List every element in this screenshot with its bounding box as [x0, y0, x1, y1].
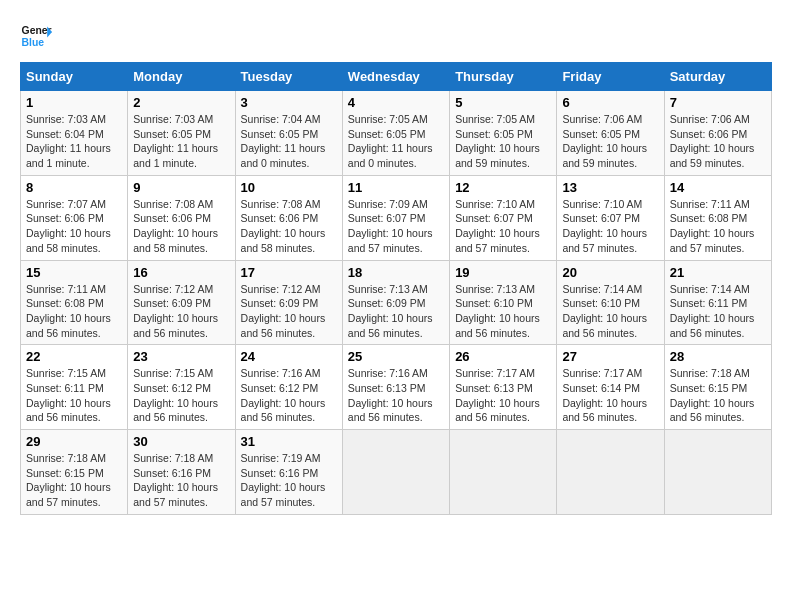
day-number: 8 — [26, 180, 122, 195]
day-number: 7 — [670, 95, 766, 110]
calendar-cell: 30 Sunrise: 7:18 AMSunset: 6:16 PMDaylig… — [128, 430, 235, 515]
calendar-cell: 12 Sunrise: 7:10 AMSunset: 6:07 PMDaylig… — [450, 175, 557, 260]
weekday-header-saturday: Saturday — [664, 63, 771, 91]
calendar-cell: 5 Sunrise: 7:05 AMSunset: 6:05 PMDayligh… — [450, 91, 557, 176]
logo-icon: General Blue — [20, 20, 52, 52]
day-number: 4 — [348, 95, 444, 110]
day-number: 27 — [562, 349, 658, 364]
calendar-week-row: 8 Sunrise: 7:07 AMSunset: 6:06 PMDayligh… — [21, 175, 772, 260]
day-number: 3 — [241, 95, 337, 110]
day-number: 30 — [133, 434, 229, 449]
calendar-week-row: 1 Sunrise: 7:03 AMSunset: 6:04 PMDayligh… — [21, 91, 772, 176]
day-number: 10 — [241, 180, 337, 195]
calendar-week-row: 29 Sunrise: 7:18 AMSunset: 6:15 PMDaylig… — [21, 430, 772, 515]
day-number: 17 — [241, 265, 337, 280]
day-info: Sunrise: 7:16 AMSunset: 6:13 PMDaylight:… — [348, 367, 433, 423]
calendar-table: SundayMondayTuesdayWednesdayThursdayFrid… — [20, 62, 772, 515]
calendar-cell: 27 Sunrise: 7:17 AMSunset: 6:14 PMDaylig… — [557, 345, 664, 430]
day-info: Sunrise: 7:06 AMSunset: 6:05 PMDaylight:… — [562, 113, 647, 169]
day-info: Sunrise: 7:09 AMSunset: 6:07 PMDaylight:… — [348, 198, 433, 254]
day-info: Sunrise: 7:10 AMSunset: 6:07 PMDaylight:… — [562, 198, 647, 254]
calendar-cell — [664, 430, 771, 515]
day-info: Sunrise: 7:17 AMSunset: 6:13 PMDaylight:… — [455, 367, 540, 423]
weekday-header-sunday: Sunday — [21, 63, 128, 91]
calendar-cell: 20 Sunrise: 7:14 AMSunset: 6:10 PMDaylig… — [557, 260, 664, 345]
day-number: 26 — [455, 349, 551, 364]
weekday-header-row: SundayMondayTuesdayWednesdayThursdayFrid… — [21, 63, 772, 91]
day-info: Sunrise: 7:14 AMSunset: 6:11 PMDaylight:… — [670, 283, 755, 339]
day-number: 29 — [26, 434, 122, 449]
calendar-week-row: 22 Sunrise: 7:15 AMSunset: 6:11 PMDaylig… — [21, 345, 772, 430]
calendar-cell: 2 Sunrise: 7:03 AMSunset: 6:05 PMDayligh… — [128, 91, 235, 176]
calendar-cell: 31 Sunrise: 7:19 AMSunset: 6:16 PMDaylig… — [235, 430, 342, 515]
calendar-cell: 26 Sunrise: 7:17 AMSunset: 6:13 PMDaylig… — [450, 345, 557, 430]
calendar-cell: 8 Sunrise: 7:07 AMSunset: 6:06 PMDayligh… — [21, 175, 128, 260]
day-number: 31 — [241, 434, 337, 449]
calendar-cell: 18 Sunrise: 7:13 AMSunset: 6:09 PMDaylig… — [342, 260, 449, 345]
day-info: Sunrise: 7:12 AMSunset: 6:09 PMDaylight:… — [133, 283, 218, 339]
day-info: Sunrise: 7:18 AMSunset: 6:16 PMDaylight:… — [133, 452, 218, 508]
calendar-cell: 3 Sunrise: 7:04 AMSunset: 6:05 PMDayligh… — [235, 91, 342, 176]
calendar-cell: 19 Sunrise: 7:13 AMSunset: 6:10 PMDaylig… — [450, 260, 557, 345]
calendar-cell: 14 Sunrise: 7:11 AMSunset: 6:08 PMDaylig… — [664, 175, 771, 260]
day-number: 22 — [26, 349, 122, 364]
day-info: Sunrise: 7:18 AMSunset: 6:15 PMDaylight:… — [670, 367, 755, 423]
day-number: 28 — [670, 349, 766, 364]
calendar-cell: 29 Sunrise: 7:18 AMSunset: 6:15 PMDaylig… — [21, 430, 128, 515]
day-number: 24 — [241, 349, 337, 364]
weekday-header-thursday: Thursday — [450, 63, 557, 91]
calendar-cell: 16 Sunrise: 7:12 AMSunset: 6:09 PMDaylig… — [128, 260, 235, 345]
day-number: 2 — [133, 95, 229, 110]
day-number: 18 — [348, 265, 444, 280]
calendar-cell: 17 Sunrise: 7:12 AMSunset: 6:09 PMDaylig… — [235, 260, 342, 345]
day-info: Sunrise: 7:03 AMSunset: 6:04 PMDaylight:… — [26, 113, 111, 169]
day-info: Sunrise: 7:10 AMSunset: 6:07 PMDaylight:… — [455, 198, 540, 254]
svg-text:Blue: Blue — [22, 37, 45, 48]
calendar-cell: 15 Sunrise: 7:11 AMSunset: 6:08 PMDaylig… — [21, 260, 128, 345]
day-info: Sunrise: 7:17 AMSunset: 6:14 PMDaylight:… — [562, 367, 647, 423]
page-header: General Blue — [20, 20, 772, 52]
day-number: 1 — [26, 95, 122, 110]
day-info: Sunrise: 7:11 AMSunset: 6:08 PMDaylight:… — [670, 198, 755, 254]
calendar-cell: 1 Sunrise: 7:03 AMSunset: 6:04 PMDayligh… — [21, 91, 128, 176]
day-number: 21 — [670, 265, 766, 280]
weekday-header-tuesday: Tuesday — [235, 63, 342, 91]
day-info: Sunrise: 7:03 AMSunset: 6:05 PMDaylight:… — [133, 113, 218, 169]
day-number: 14 — [670, 180, 766, 195]
calendar-cell: 25 Sunrise: 7:16 AMSunset: 6:13 PMDaylig… — [342, 345, 449, 430]
calendar-cell: 10 Sunrise: 7:08 AMSunset: 6:06 PMDaylig… — [235, 175, 342, 260]
day-info: Sunrise: 7:16 AMSunset: 6:12 PMDaylight:… — [241, 367, 326, 423]
day-info: Sunrise: 7:04 AMSunset: 6:05 PMDaylight:… — [241, 113, 326, 169]
calendar-cell: 4 Sunrise: 7:05 AMSunset: 6:05 PMDayligh… — [342, 91, 449, 176]
calendar-cell: 9 Sunrise: 7:08 AMSunset: 6:06 PMDayligh… — [128, 175, 235, 260]
calendar-cell: 13 Sunrise: 7:10 AMSunset: 6:07 PMDaylig… — [557, 175, 664, 260]
day-number: 6 — [562, 95, 658, 110]
calendar-cell — [557, 430, 664, 515]
weekday-header-friday: Friday — [557, 63, 664, 91]
day-info: Sunrise: 7:13 AMSunset: 6:10 PMDaylight:… — [455, 283, 540, 339]
day-info: Sunrise: 7:19 AMSunset: 6:16 PMDaylight:… — [241, 452, 326, 508]
day-number: 16 — [133, 265, 229, 280]
day-info: Sunrise: 7:14 AMSunset: 6:10 PMDaylight:… — [562, 283, 647, 339]
calendar-cell: 23 Sunrise: 7:15 AMSunset: 6:12 PMDaylig… — [128, 345, 235, 430]
calendar-cell — [342, 430, 449, 515]
weekday-header-wednesday: Wednesday — [342, 63, 449, 91]
day-number: 12 — [455, 180, 551, 195]
day-info: Sunrise: 7:08 AMSunset: 6:06 PMDaylight:… — [133, 198, 218, 254]
day-info: Sunrise: 7:08 AMSunset: 6:06 PMDaylight:… — [241, 198, 326, 254]
day-number: 20 — [562, 265, 658, 280]
logo: General Blue — [20, 20, 52, 52]
day-info: Sunrise: 7:05 AMSunset: 6:05 PMDaylight:… — [348, 113, 433, 169]
day-number: 5 — [455, 95, 551, 110]
day-number: 13 — [562, 180, 658, 195]
calendar-cell: 24 Sunrise: 7:16 AMSunset: 6:12 PMDaylig… — [235, 345, 342, 430]
calendar-cell: 7 Sunrise: 7:06 AMSunset: 6:06 PMDayligh… — [664, 91, 771, 176]
day-info: Sunrise: 7:06 AMSunset: 6:06 PMDaylight:… — [670, 113, 755, 169]
day-info: Sunrise: 7:18 AMSunset: 6:15 PMDaylight:… — [26, 452, 111, 508]
calendar-cell: 6 Sunrise: 7:06 AMSunset: 6:05 PMDayligh… — [557, 91, 664, 176]
calendar-cell: 21 Sunrise: 7:14 AMSunset: 6:11 PMDaylig… — [664, 260, 771, 345]
day-number: 11 — [348, 180, 444, 195]
day-number: 23 — [133, 349, 229, 364]
calendar-week-row: 15 Sunrise: 7:11 AMSunset: 6:08 PMDaylig… — [21, 260, 772, 345]
day-number: 9 — [133, 180, 229, 195]
